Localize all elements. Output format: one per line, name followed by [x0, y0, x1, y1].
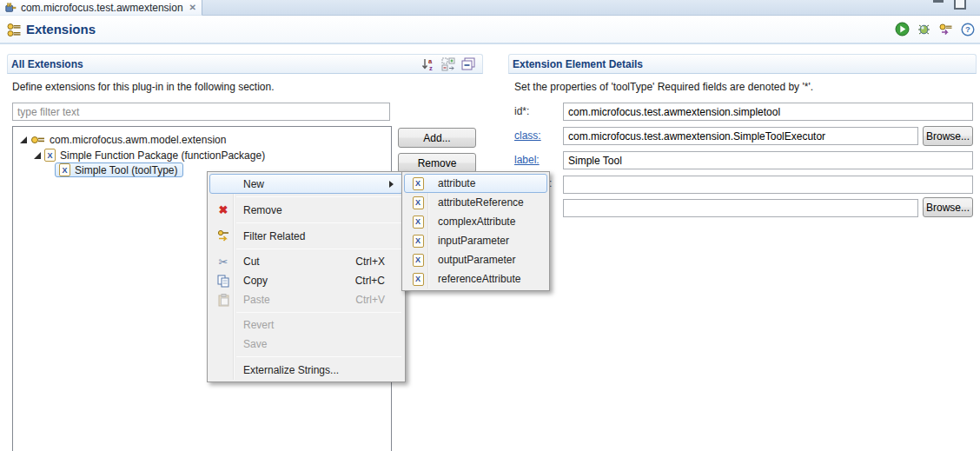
menu-item-cut[interactable]: ✂ Cut Ctrl+X [209, 252, 403, 271]
cut-icon: ✂ [219, 255, 228, 269]
menu-item-new[interactable]: New [209, 174, 403, 194]
new-submenu: X attribute X attributeReference X compl… [401, 171, 550, 291]
xml-element-icon: X [59, 163, 70, 176]
sort-alphabetically-icon[interactable]: a z [421, 57, 435, 71]
plugin-editor: com.microfocus.test.awmextension ✕ Exten… [0, 0, 980, 451]
run-icon[interactable] [895, 22, 910, 36]
xml-element-icon: X [413, 235, 424, 248]
menu-item-paste: Paste Ctrl+V [209, 290, 403, 309]
xml-element-icon: X [413, 273, 424, 286]
svg-text:z: z [429, 64, 433, 71]
menu-separator [236, 312, 401, 313]
class-field[interactable] [563, 127, 918, 145]
class-field-label[interactable]: class: [514, 129, 541, 142]
editor-tab[interactable]: com.microfocus.test.awmextension ✕ [0, 0, 202, 16]
detail-field-4[interactable] [563, 176, 973, 194]
remove-button[interactable]: Remove [398, 153, 476, 173]
tree-item-function-package[interactable]: X Simple Function Package (functionPacka… [34, 148, 265, 162]
menu-item-externalize-strings[interactable]: Externalize Strings... [209, 360, 403, 380]
tree-selection[interactable]: X Simple Tool (toolType) [55, 162, 183, 177]
xml-element-icon: X [413, 254, 424, 267]
xml-element-icon: X [413, 177, 424, 190]
detail-field-5[interactable] [563, 199, 918, 217]
submenu-item-output-parameter[interactable]: X outputParameter [404, 250, 547, 269]
plugin-icon [5, 2, 17, 14]
form-header: Extensions [0, 16, 980, 44]
copy-icon [217, 275, 229, 288]
page-title: Extensions [26, 22, 96, 36]
editor-tab-bar: com.microfocus.test.awmextension ✕ [0, 0, 980, 16]
menu-item-save: Save [209, 335, 403, 354]
xml-element-icon: X [44, 149, 56, 162]
menu-item-filter-related[interactable]: Filter Related [209, 226, 403, 246]
menu-separator [236, 222, 401, 223]
debug-icon[interactable] [917, 22, 931, 36]
tree-item-extension-root[interactable]: com.microfocus.awm.model.extension [20, 132, 226, 147]
tree-item-label: com.microfocus.awm.model.extension [50, 134, 226, 146]
submenu-item-input-parameter[interactable]: X inputParameter [404, 231, 547, 250]
tree-item-label: Simple Function Package (functionPackage… [60, 149, 265, 162]
all-extensions-section-header: All Extensions a z [7, 54, 483, 74]
maximize-view-icon[interactable] [954, 0, 966, 10]
submenu-item-attribute-reference[interactable]: X attributeReference [404, 193, 547, 212]
minimize-view-icon[interactable] [933, 0, 944, 3]
xml-element-icon: X [413, 196, 424, 209]
detail-browse-button[interactable]: Browse... [923, 197, 973, 217]
element-details-title: Extension Element Details [509, 58, 643, 70]
all-extensions-title: All Extensions [8, 58, 83, 70]
submenu-arrow-icon [389, 181, 397, 188]
submenu-item-complex-attribute[interactable]: X complexAttribute [404, 212, 547, 231]
menu-item-remove[interactable]: ✖ Remove [209, 200, 403, 220]
label-field-label[interactable]: label: [514, 154, 540, 166]
add-button[interactable]: Add... [398, 128, 476, 148]
submenu-item-attribute[interactable]: X attribute [404, 174, 547, 193]
extension-point-icon [30, 135, 45, 145]
header-toolbar: ? [895, 22, 975, 36]
expanded-twisty-icon[interactable] [34, 152, 41, 159]
filter-input[interactable] [12, 103, 390, 121]
menu-item-copy[interactable]: Copy Ctrl+C [209, 271, 403, 290]
extensions-icon [7, 23, 23, 37]
id-field-label: id*: [514, 105, 529, 117]
svg-text:?: ? [965, 24, 970, 34]
context-menu: New ✖ Remove Filter Related ✂ Cut Ctrl+X [207, 171, 406, 382]
menu-separator [236, 249, 401, 249]
editor-tab-title: com.microfocus.test.awmextension [21, 2, 183, 14]
element-details-section-header: Extension Element Details [508, 54, 977, 74]
filter-related-icon [217, 229, 230, 242]
all-extensions-toolbar: a z [421, 57, 475, 71]
id-field[interactable] [563, 103, 973, 121]
class-browse-button[interactable]: Browse... [923, 126, 973, 146]
expanded-twisty-icon[interactable] [20, 136, 27, 143]
remove-icon: ✖ [219, 203, 228, 216]
element-details-description: Set the properties of 'toolType' Require… [514, 81, 813, 93]
export-plugin-icon[interactable] [938, 22, 953, 36]
menu-separator [236, 356, 401, 357]
menu-separator [236, 196, 401, 197]
paste-icon [218, 294, 229, 307]
collapse-all-icon[interactable] [461, 57, 475, 71]
submenu-item-reference-attribute[interactable]: X referenceAttribute [404, 269, 547, 289]
toggle-expansion-icon[interactable] [441, 57, 455, 71]
xml-element-icon: X [413, 216, 424, 229]
tree-item-label: Simple Tool (toolType) [75, 164, 178, 176]
tab-close-icon[interactable]: ✕ [189, 3, 196, 12]
menu-item-revert: Revert [209, 315, 403, 335]
help-icon[interactable]: ? [960, 22, 975, 36]
all-extensions-description: Define extensions for this plug-in in th… [12, 81, 275, 93]
label-field[interactable] [563, 151, 973, 169]
